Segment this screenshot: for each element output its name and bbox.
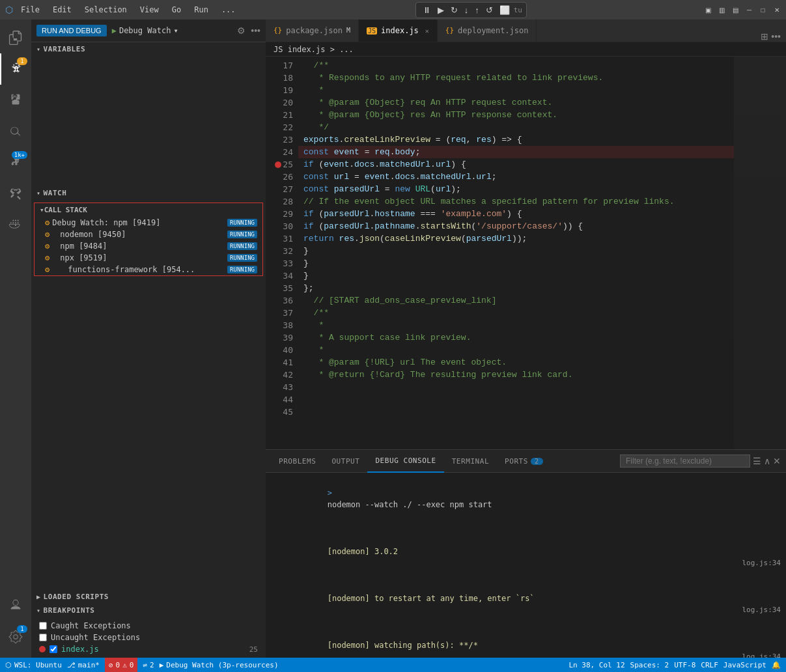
wsl-indicator[interactable]: ⬡ WSL: Ubuntu (5, 661, 62, 669)
panel-content[interactable]: > nodemon --watch ./ --exec npm start [n… (266, 473, 786, 658)
menu-run[interactable]: Run (191, 4, 211, 16)
errors-indicator[interactable]: ⊘ 0 ⚠ 0 (105, 658, 138, 672)
code-line: * (298, 319, 734, 331)
call-stack-item[interactable]: ⚙ Debug Watch: npm [9419] RUNNING (35, 217, 262, 229)
uncaught-exceptions-checkbox[interactable] (39, 634, 47, 641)
line-col-indicator[interactable]: Ln 38, Col 12 (568, 661, 625, 669)
variables-section-header[interactable]: ▾ VARIABLES (31, 42, 266, 56)
activity-debug[interactable]: 1 (0, 53, 31, 85)
code-editor: 1718192021 222324 25 2627282930 31323334… (266, 57, 786, 449)
line-ending-value: CRLF (701, 661, 718, 669)
run-debug-label: RUN AND DEBUG (42, 27, 102, 35)
debug-session-indicator[interactable]: ▶ Debug Watch (3p-resources) (160, 661, 279, 669)
debug-config-selector[interactable]: ▶ Debug Watch ▾ (112, 26, 232, 35)
json2-icon: {} (445, 26, 454, 35)
filter-input[interactable] (620, 455, 750, 468)
indexjs-breakpoint-checkbox[interactable] (49, 645, 57, 653)
activity-extensions[interactable] (0, 85, 31, 116)
tab-package-json-label: package.json (286, 26, 343, 35)
layout-btn[interactable]: ▣ (704, 6, 712, 14)
call-stack-item[interactable]: ⚙ nodemon [9450] RUNNING (35, 229, 262, 240)
debug-pause-btn[interactable]: ⏸ (420, 4, 434, 16)
code-line: // If the event object URL matches a spe… (298, 195, 734, 208)
language-value: JavaScript (723, 661, 766, 669)
caught-exceptions-checkbox[interactable] (39, 622, 47, 630)
breakpoints-section: Caught Exceptions Uncaught Exceptions in… (31, 617, 266, 658)
activity-search[interactable] (0, 116, 31, 147)
watch-label: WATCH (44, 189, 67, 197)
debug-continue-btn[interactable]: ▶ (435, 4, 447, 16)
activity-explorer[interactable] (0, 22, 31, 53)
close-icon[interactable]: ✕ (425, 27, 429, 35)
breakpoint-gutter-icon[interactable] (275, 161, 281, 168)
activity-git[interactable]: 1k+ (0, 147, 31, 178)
code-line: /** (298, 307, 734, 319)
language-indicator[interactable]: JavaScript (723, 661, 766, 669)
watch-section-header[interactable]: ▾ WATCH (31, 186, 266, 200)
status-bar-left: ⬡ WSL: Ubuntu ⎇ main* ⊘ 0 ⚠ 0 ⇌ 2 ▶ Debu… (5, 658, 279, 672)
menu-more[interactable]: ... (219, 4, 238, 16)
call-stack-header[interactable]: ▾ CALL STACK (35, 203, 262, 217)
collapse-btn[interactable]: ∧ (764, 456, 770, 466)
debug-stepout-btn[interactable]: ↑ (472, 4, 482, 16)
code-line: }; (298, 282, 734, 294)
breakpoints-chevron-icon: ▾ (36, 607, 41, 614)
window-controls: ▣ ▥ ▤ ─ □ ✕ (704, 6, 781, 14)
more-actions-icon[interactable]: ••• (251, 25, 260, 36)
loaded-scripts-header[interactable]: ▶ LOADED SCRIPTS (31, 590, 266, 604)
minimize-btn[interactable]: ─ (745, 6, 753, 14)
panel-tab-debug-console[interactable]: DEBUG CONSOLE (367, 450, 443, 473)
layout2-btn[interactable]: ▥ (718, 6, 726, 14)
tab-package-json[interactable]: {} package.json M (266, 20, 359, 42)
close-btn[interactable]: ✕ (772, 6, 781, 14)
debug-restart-btn[interactable]: ↺ (483, 4, 496, 16)
activity-test[interactable] (0, 178, 31, 210)
close-panel-btn[interactable]: ✕ (773, 456, 781, 466)
spaces-value: Spaces: 2 (630, 661, 669, 669)
tab-bar: {} package.json M JS index.js ✕ {} deplo… (266, 20, 786, 42)
maximize-btn[interactable]: □ (759, 6, 767, 14)
panel-tab-ports[interactable]: PORTS 2 (497, 450, 550, 473)
panel-tab-output[interactable]: OUTPUT (324, 450, 367, 473)
menu-file[interactable]: File (18, 4, 42, 16)
panel-tab-problems[interactable]: PROBLEMS (271, 450, 324, 473)
menu-edit[interactable]: Edit (50, 4, 74, 16)
wsl-icon: ⬡ (5, 661, 12, 669)
variables-chevron-icon: ▾ (36, 46, 41, 53)
more-tabs-btn[interactable]: ••• (771, 31, 781, 42)
run-debug-button[interactable]: RUN AND DEBUG (36, 25, 107, 36)
spaces-indicator[interactable]: Spaces: 2 (630, 661, 669, 669)
call-stack-item[interactable]: ⚙ npm [9484] RUNNING (35, 240, 262, 252)
debug-stepin-btn[interactable]: ↓ (462, 4, 471, 16)
activity-docker[interactable] (0, 210, 31, 241)
menu-view[interactable]: View (137, 4, 161, 16)
encoding-indicator[interactable]: UTF-8 (674, 661, 695, 669)
code-content[interactable]: /** * Responds to any HTTP request relat… (298, 57, 734, 449)
menu-selection[interactable]: Selection (82, 4, 130, 16)
tab-deployment-json[interactable]: {} deployment.json (438, 20, 537, 42)
split-editor-btn[interactable]: ⊞ (761, 31, 768, 42)
call-stack-item[interactable]: ⚙ functions-framework [954... RUNNING (35, 264, 262, 275)
wrap-lines-btn[interactable]: ☰ (753, 456, 761, 466)
call-stack-item-name: npx [9519] (52, 253, 227, 262)
code-line: // [START add_ons_case_preview_link] (298, 294, 734, 307)
debug-stop-btn[interactable]: ⬜ (497, 4, 512, 16)
breakpoints-header[interactable]: ▾ BREAKPOINTS (31, 604, 266, 617)
activity-settings[interactable]: 1 (0, 621, 31, 652)
gear-icon[interactable]: ⚙ (237, 25, 246, 36)
call-stack-item[interactable]: ⚙ npx [9519] RUNNING (35, 252, 262, 264)
encoding-value: UTF-8 (674, 661, 695, 669)
debug-stepover-btn[interactable]: ↻ (448, 4, 460, 16)
code-line: * (298, 84, 734, 96)
running-badge: RUNNING (227, 231, 257, 238)
menu-go[interactable]: Go (169, 4, 184, 16)
git-branch[interactable]: ⎇ main* (67, 661, 100, 669)
layout3-btn[interactable]: ▤ (731, 6, 740, 14)
panel-tab-terminal[interactable]: TERMINAL (444, 450, 497, 473)
tab-index-js[interactable]: JS index.js ✕ (359, 20, 438, 42)
notifications-indicator[interactable]: 🔔 (772, 661, 781, 669)
activity-account[interactable] (0, 590, 31, 621)
call-stack-item-name: functions-framework [954... (52, 265, 227, 274)
line-ending-indicator[interactable]: CRLF (701, 661, 718, 669)
remote-indicator[interactable]: ⇌ 2 (143, 661, 154, 669)
